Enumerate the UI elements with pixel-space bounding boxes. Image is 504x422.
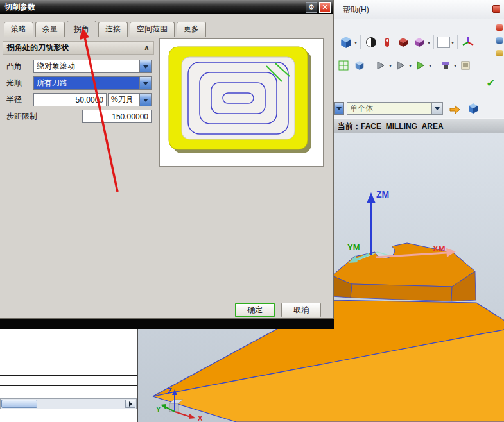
dialog-settings-button[interactable]: ⚙: [306, 2, 317, 13]
selection-scope-dropdown-icon[interactable]: [431, 103, 442, 114]
half-sphere-icon[interactable]: [364, 35, 378, 50]
scrollbar-right-arrow-icon: [129, 401, 135, 407]
horizontal-scrollbar[interactable]: [0, 398, 137, 409]
smoothing-dropdown-icon[interactable]: [139, 77, 151, 89]
convex-corner-label: 凸角: [6, 60, 22, 73]
machine-tool-icon[interactable]: [439, 58, 453, 73]
csys-axes-icon[interactable]: [461, 35, 475, 50]
collapse-chevron-icon[interactable]: ∧: [144, 44, 150, 52]
replay-toolpath-icon[interactable]: [394, 58, 408, 73]
mini-blue-icon[interactable]: [496, 37, 503, 44]
triad-y-label: Y: [156, 405, 161, 413]
tab-content-separator: [0, 37, 333, 37]
triad-x-axis: [175, 412, 191, 417]
toolbar-separator: [370, 58, 370, 72]
current-operation-status: 当前：FACE_MILLING_AREA: [334, 118, 504, 133]
chevron-down-icon[interactable]: ▾: [451, 40, 454, 46]
app-badge-icon: [492, 5, 500, 13]
radius-unit-value: %刀具: [109, 94, 139, 106]
step-limit-input[interactable]: [82, 110, 152, 123]
cutting-parameters-dialog: 切削参数 ⚙ ✕ 策略 余量 拐角 连接 空间范围 更多 拐角处的刀轨形状 ∧ …: [0, 0, 334, 319]
navigator-row-divider: [0, 366, 137, 366]
dialog-titlebar[interactable]: 切削参数 ⚙ ✕: [0, 0, 333, 14]
toolbar-separator: [433, 35, 434, 49]
chevron-down-icon[interactable]: ▾: [389, 63, 392, 69]
generate-toolpath-icon[interactable]: [374, 58, 388, 73]
selection-scope-combo[interactable]: 单个体: [347, 102, 443, 115]
corner-shape-group-header[interactable]: 拐角处的刀轨形状 ∧: [3, 41, 154, 55]
radius-input[interactable]: [33, 93, 107, 106]
toolbar-operation-row: ▾ ▾ ▾ ▾: [336, 58, 473, 73]
close-icon: ✕: [322, 3, 327, 12]
navigator-row-divider: [0, 385, 137, 386]
dark-divider-band: [0, 319, 334, 329]
app-top-bar: 帮助(H) ▾ ▾ ▾: [334, 0, 504, 133]
preview-pocket-floor: [182, 57, 295, 139]
scrollbar-right-button[interactable]: [125, 400, 135, 408]
triad-x-label: X: [198, 414, 203, 422]
triad-x-arrowhead-icon: [189, 414, 196, 419]
blank-view-button[interactable]: [437, 37, 450, 48]
selection-scope-value: 单个体: [347, 103, 431, 114]
chevron-down-icon[interactable]: ▾: [428, 40, 430, 46]
verify-toolpath-icon[interactable]: [413, 58, 428, 73]
accept-check-icon[interactable]: ✔: [487, 77, 495, 89]
toolbar-separator: [457, 35, 458, 49]
tab-strategy[interactable]: 策略: [4, 22, 33, 37]
convex-corner-combo[interactable]: 绕对象滚动: [33, 60, 152, 73]
navigator-row-divider: [0, 375, 137, 376]
model-block-front-face[interactable]: [351, 284, 452, 301]
radius-unit-dropdown-icon[interactable]: [139, 94, 151, 106]
chevron-down-icon[interactable]: ▾: [409, 63, 412, 69]
orange-arrow-icon[interactable]: [448, 102, 462, 117]
tab-containment[interactable]: 空间范围: [130, 22, 175, 37]
menu-help[interactable]: 帮助(H): [339, 0, 373, 19]
tab-stock[interactable]: 余量: [35, 22, 65, 37]
body-select-icon[interactable]: [412, 35, 426, 50]
ok-button[interactable]: 确定: [235, 303, 275, 317]
chevron-down-icon[interactable]: ▾: [429, 63, 431, 69]
toolbar-separator: [435, 58, 435, 72]
operation-navigator-panel[interactable]: [0, 329, 138, 422]
corner-preview-image: [159, 38, 324, 167]
zm-axis-label: ZM: [376, 189, 389, 199]
sketch-grid-icon[interactable]: [336, 58, 351, 73]
selection-bar: 单个体: [334, 100, 504, 117]
smoothing-label: 光顺: [6, 76, 22, 90]
chevron-down-icon[interactable]: ▾: [354, 40, 357, 46]
datum-plane-icon[interactable]: [396, 35, 410, 50]
mini-red-icon[interactable]: [496, 24, 503, 31]
toolbar-separator: [360, 35, 361, 49]
dialog-tabbar: 策略 余量 拐角 连接 空间范围 更多: [4, 22, 206, 37]
corner-shape-group-title: 拐角处的刀轨形状: [7, 42, 69, 53]
smoothing-value: 所有刀路: [34, 77, 139, 89]
dialog-title: 切削参数: [4, 2, 304, 13]
triad-z-label: Z: [168, 387, 172, 394]
triad-y-arrowhead-icon: [161, 404, 166, 409]
datum-axis-icon[interactable]: [380, 35, 394, 50]
radius-unit-combo[interactable]: %刀具: [108, 93, 152, 106]
tab-connections[interactable]: 连接: [98, 22, 128, 37]
solid-body-icon[interactable]: [466, 101, 480, 116]
chevron-down-icon[interactable]: ▾: [454, 63, 456, 69]
post-process-icon[interactable]: [458, 58, 473, 73]
menu-bar: 帮助(H): [334, 0, 504, 19]
mini-cube-icon[interactable]: [352, 58, 367, 73]
dialog-close-button[interactable]: ✕: [319, 2, 331, 13]
cancel-button[interactable]: 取消: [281, 303, 321, 317]
navigator-column-divider: [71, 329, 71, 366]
tab-corners[interactable]: 拐角: [67, 21, 96, 37]
ym-axis-label: YM: [347, 242, 360, 252]
smoothing-combo[interactable]: 所有刀路: [33, 76, 152, 90]
xm-axis-label: XM: [433, 244, 446, 253]
toolbar-display-row: ▾ ▾ ▾: [339, 35, 475, 50]
scrollbar-thumb[interactable]: [1, 400, 37, 408]
mini-gold-icon[interactable]: [496, 50, 503, 56]
tab-more[interactable]: 更多: [177, 22, 206, 37]
hidden-filter-dropdown[interactable]: [334, 102, 344, 115]
shaded-cube-icon[interactable]: [339, 35, 353, 50]
right-mini-toolbar: [496, 24, 503, 56]
convex-corner-value: 绕对象滚动: [34, 60, 139, 72]
convex-corner-dropdown-icon[interactable]: [139, 60, 151, 72]
gear-icon: ⚙: [308, 3, 315, 12]
